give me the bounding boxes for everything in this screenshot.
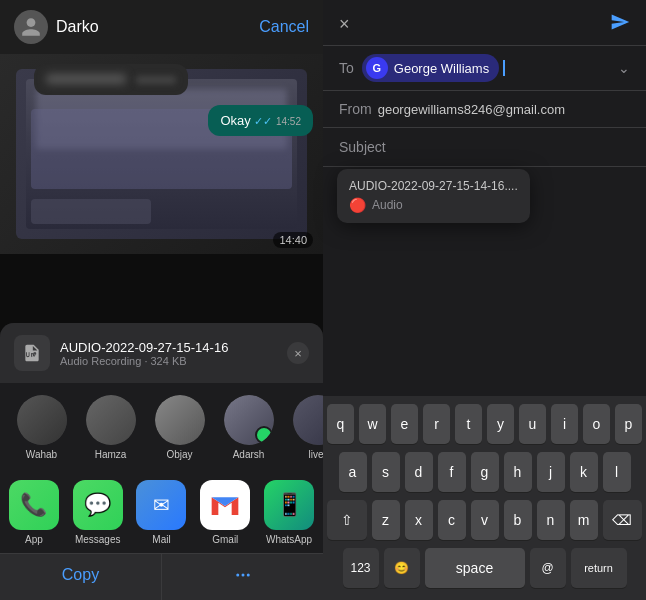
key-n[interactable]: n xyxy=(537,500,565,540)
app-messages[interactable]: 💬 Messages xyxy=(70,480,126,545)
keyboard-row-4: 123 😊 space @ return xyxy=(327,548,642,588)
keyboard-row-1: q w e r t y u i o p xyxy=(327,404,642,444)
key-return[interactable]: return xyxy=(571,548,627,588)
contact-wahab[interactable]: Wahab xyxy=(14,395,69,460)
read-receipt: ✓✓ xyxy=(254,115,272,127)
contact-avatar-hamza xyxy=(86,395,136,445)
key-q[interactable]: q xyxy=(327,404,354,444)
contact-name-objay: Objay xyxy=(152,449,207,460)
key-at[interactable]: @ xyxy=(530,548,566,588)
key-s[interactable]: s xyxy=(372,452,400,492)
left-panel: Darko Cancel 14:40 Okay xyxy=(0,0,323,600)
from-label: From xyxy=(339,101,372,117)
key-delete[interactable]: ⌫ xyxy=(603,500,643,540)
contact-adarsh[interactable]: Adarsh xyxy=(221,395,276,460)
keyboard-row-3: ⇧ z x c v b n m ⌫ xyxy=(327,500,642,540)
key-d[interactable]: d xyxy=(405,452,433,492)
blurred-text xyxy=(46,74,126,84)
chevron-down-icon[interactable]: ⌄ xyxy=(618,60,630,76)
more-button[interactable] xyxy=(162,554,323,600)
key-i[interactable]: i xyxy=(551,404,578,444)
file-icon-box xyxy=(14,335,50,371)
contact-live[interactable]: live: xyxy=(290,395,323,460)
email-compose-area[interactable]: Compose email AUDIO-2022-09-27-15-14-16.… xyxy=(323,167,646,396)
attachment-type-row: 🔴 Audio xyxy=(349,197,518,213)
key-y[interactable]: y xyxy=(487,404,514,444)
message-text: Okay xyxy=(220,113,250,128)
key-l[interactable]: l xyxy=(603,452,631,492)
whatsapp-icon: 📱 xyxy=(264,480,314,530)
share-file-row: AUDIO-2022-09-27-15-14-16 Audio Recordin… xyxy=(0,323,323,383)
key-j[interactable]: j xyxy=(537,452,565,492)
contact-avatar-wahab xyxy=(17,395,67,445)
key-v[interactable]: v xyxy=(471,500,499,540)
attachment-popup: AUDIO-2022-09-27-15-14-16.... 🔴 Audio xyxy=(337,169,530,223)
key-w[interactable]: w xyxy=(359,404,386,444)
key-r[interactable]: r xyxy=(423,404,450,444)
right-panel: × To G George Williams ⌄ From georgewill… xyxy=(323,0,646,600)
contact-name-adarsh: Adarsh xyxy=(221,449,276,460)
file-meta: Audio Recording · 324 KB xyxy=(60,355,277,367)
key-p[interactable]: p xyxy=(615,404,642,444)
key-g[interactable]: g xyxy=(471,452,499,492)
audio-icon: 🔴 xyxy=(349,197,366,213)
email-to-row: To G George Williams ⌄ xyxy=(323,46,646,91)
key-space[interactable]: space xyxy=(425,548,525,588)
phone-icon: 📞 xyxy=(9,480,59,530)
app-gmail[interactable]: Gmail xyxy=(197,480,253,545)
app-whatsapp[interactable]: 📱 WhatsApp xyxy=(261,480,317,545)
close-share-button[interactable]: × xyxy=(287,342,309,364)
contact-avatar-adarsh xyxy=(224,395,274,445)
app-mail[interactable]: ✉ Mail xyxy=(134,480,190,545)
messages-label: Messages xyxy=(75,534,121,545)
keyboard-row-2: a s d f g h j k l xyxy=(327,452,642,492)
key-123[interactable]: 123 xyxy=(343,548,379,588)
cancel-button[interactable]: Cancel xyxy=(259,18,309,36)
key-m[interactable]: m xyxy=(570,500,598,540)
contact-avatar-objay xyxy=(155,395,205,445)
key-h[interactable]: h xyxy=(504,452,532,492)
contact-objay[interactable]: Objay xyxy=(152,395,207,460)
avatar xyxy=(14,10,48,44)
key-o[interactable]: o xyxy=(583,404,610,444)
message-timestamp: 14:40 xyxy=(273,232,313,248)
key-a[interactable]: a xyxy=(339,452,367,492)
recipient-avatar: G xyxy=(366,57,388,79)
mail-label: Mail xyxy=(152,534,170,545)
copy-button[interactable]: Copy xyxy=(0,554,162,600)
file-name: AUDIO-2022-09-27-15-14-16 xyxy=(60,340,277,355)
key-z[interactable]: z xyxy=(372,500,400,540)
to-label: To xyxy=(339,60,354,76)
key-e[interactable]: e xyxy=(391,404,418,444)
contact-avatar-live xyxy=(293,395,324,445)
contact-hamza[interactable]: Hamza xyxy=(83,395,138,460)
email-subject-row[interactable]: Subject xyxy=(323,128,646,167)
recipient-chip[interactable]: G George Williams xyxy=(362,54,499,82)
key-t[interactable]: t xyxy=(455,404,482,444)
key-f[interactable]: f xyxy=(438,452,466,492)
key-u[interactable]: u xyxy=(519,404,546,444)
whatsapp-label: WhatsApp xyxy=(266,534,312,545)
gmail-icon xyxy=(200,480,250,530)
email-header: × xyxy=(323,0,646,46)
email-send-button[interactable] xyxy=(610,12,630,37)
key-c[interactable]: c xyxy=(438,500,466,540)
share-sheet: AUDIO-2022-09-27-15-14-16 Audio Recordin… xyxy=(0,323,323,600)
svg-point-1 xyxy=(236,574,239,577)
key-x[interactable]: x xyxy=(405,500,433,540)
chat-header: Darko Cancel xyxy=(0,0,323,54)
app-phone[interactable]: 📞 App xyxy=(6,480,62,545)
key-emoji[interactable]: 😊 xyxy=(384,548,420,588)
chat-header-left: Darko xyxy=(14,10,99,44)
contact-name-live: live: xyxy=(290,449,323,460)
key-b[interactable]: b xyxy=(504,500,532,540)
key-k[interactable]: k xyxy=(570,452,598,492)
recent-contacts: Wahab Hamza Objay Adarsh live: xyxy=(0,383,323,472)
key-shift[interactable]: ⇧ xyxy=(327,500,367,540)
email-close-button[interactable]: × xyxy=(339,14,350,35)
svg-point-2 xyxy=(246,574,249,577)
mail-icon: ✉ xyxy=(136,480,186,530)
attachment-name: AUDIO-2022-09-27-15-14-16.... xyxy=(349,179,518,193)
recipient-name: George Williams xyxy=(394,61,489,76)
svg-point-0 xyxy=(241,574,244,577)
